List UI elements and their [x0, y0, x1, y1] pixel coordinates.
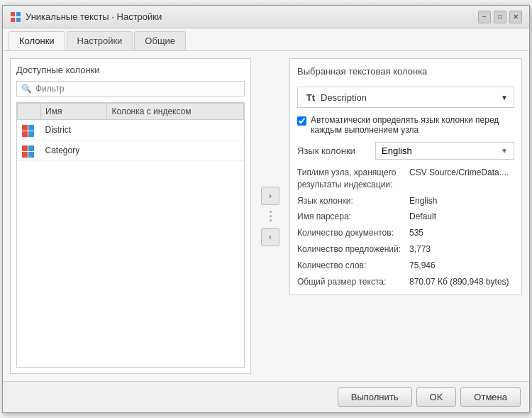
info-grid: Тип/имя узла, хранящего результаты индек…: [297, 167, 514, 287]
move-left-button[interactable]: ‹: [261, 228, 279, 246]
main-window: Уникальные тексты · Настройки − □ ✕ Коло…: [2, 5, 530, 413]
column-lang-value: English: [409, 195, 514, 207]
auto-detect-row: Автоматически определять язык колонки пе…: [297, 115, 514, 135]
left-panel: Доступные колонки 🔍 Имя Колонка с индекс…: [10, 58, 251, 374]
cancel-button[interactable]: Отмена: [460, 387, 521, 407]
tab-general[interactable]: Общие: [134, 31, 186, 50]
col-header-name: Имя: [41, 104, 107, 120]
columns-table: Имя Колонка с индексом: [17, 103, 244, 161]
title-bar-buttons: − □ ✕: [478, 11, 522, 23]
app-icon: [10, 11, 21, 23]
node-type-value: CSV Source/CrimeData....: [409, 167, 514, 191]
sentences-label: Количество предложений:: [297, 243, 402, 255]
column-lang-label: Язык колонки:: [297, 195, 402, 207]
filter-input[interactable]: [35, 84, 240, 94]
auto-detect-checkbox[interactable]: [297, 116, 306, 126]
transfer-buttons: › ‹: [258, 58, 282, 374]
title-bar: Уникальные тексты · Настройки − □ ✕: [3, 6, 529, 28]
search-icon: 🔍: [21, 84, 32, 94]
divider: [270, 209, 272, 224]
row-index-district: [107, 120, 244, 141]
tab-columns[interactable]: Колонки: [9, 31, 65, 50]
svg-rect-0: [11, 12, 15, 16]
language-dropdown-arrow: ▼: [501, 147, 508, 155]
execute-button[interactable]: Выполнить: [338, 387, 412, 407]
table-header-row: Имя Колонка с индексом: [18, 104, 244, 120]
parser-label: Имя парсера:: [297, 211, 402, 223]
sentences-value: 3,773: [409, 243, 514, 255]
category-icon: [22, 145, 34, 158]
words-value: 75,946: [409, 260, 514, 272]
tt-icon: Tt: [304, 90, 318, 104]
right-section: Выбранная текстовая колонка Tt Descripti…: [289, 58, 522, 295]
language-label: Язык колонки: [297, 145, 368, 156]
svg-rect-3: [16, 18, 21, 22]
left-panel-title: Доступные колонки: [16, 65, 245, 75]
search-box[interactable]: 🔍: [16, 81, 245, 97]
columns-table-container: Имя Колонка с индексом: [16, 102, 245, 368]
table-row[interactable]: Category: [18, 141, 244, 161]
title-bar-left: Уникальные тексты · Настройки: [10, 11, 162, 23]
col-header-index: Колонка с индексом: [107, 104, 244, 120]
column-dropdown-value: Tt Description: [304, 90, 367, 104]
column-dropdown-arrow: ▼: [501, 94, 508, 101]
ok-button[interactable]: OK: [416, 387, 457, 407]
row-index-category: [107, 141, 244, 161]
minimize-button[interactable]: −: [478, 11, 491, 23]
svg-rect-1: [16, 12, 21, 16]
language-dropdown[interactable]: English ▼: [375, 142, 514, 160]
docs-label: Количество документов:: [297, 227, 402, 239]
table-row[interactable]: District: [18, 120, 244, 141]
maximize-button[interactable]: □: [494, 11, 506, 23]
right-section-title: Выбранная текстовая колонка: [297, 66, 514, 77]
window-title: Уникальные тексты · Настройки: [26, 11, 162, 22]
row-name-district: District: [41, 120, 107, 141]
bottom-bar: Выполнить OK Отмена: [3, 381, 529, 412]
column-dropdown[interactable]: Tt Description ▼: [297, 87, 514, 108]
move-right-button[interactable]: ›: [261, 187, 279, 205]
row-icon-cell: [18, 141, 41, 161]
content-area: Доступные колонки 🔍 Имя Колонка с индекс…: [3, 51, 529, 381]
col-header-icon: [18, 104, 41, 120]
column-dropdown-row: Tt Description ▼: [297, 87, 514, 108]
district-icon: [22, 125, 34, 137]
size-label: Общий размер текста:: [297, 276, 402, 288]
size-value: 870.07 Кб (890,948 bytes): [409, 276, 514, 288]
language-row: Язык колонки English ▼: [297, 142, 514, 160]
right-panel: Выбранная текстовая колонка Tt Descripti…: [289, 58, 522, 374]
tab-settings[interactable]: Настройки: [67, 31, 133, 50]
tabs-bar: Колонки Настройки Общие: [3, 28, 529, 51]
auto-detect-label: Автоматически определять язык колонки пе…: [311, 115, 514, 135]
words-label: Количество слов:: [297, 260, 402, 272]
close-button[interactable]: ✕: [509, 11, 522, 23]
node-type-label: Тип/имя узла, хранящего результаты индек…: [297, 167, 402, 191]
docs-value: 535: [409, 227, 514, 239]
parser-value: Default: [409, 211, 514, 223]
row-name-category: Category: [41, 141, 107, 161]
row-icon-cell: [18, 120, 41, 141]
svg-rect-2: [11, 18, 15, 22]
